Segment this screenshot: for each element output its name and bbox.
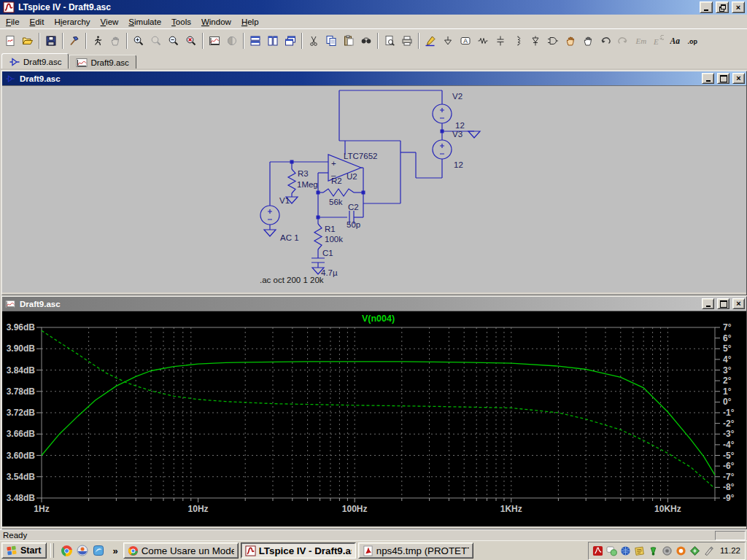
tray-msg-icon[interactable] [605,545,618,557]
svg-text:-7°: -7° [723,472,735,482]
blue-launcher-icon[interactable] [92,544,105,557]
mirror-button[interactable]: Em [632,32,649,50]
schematic-window-title: Draft9.asc [20,74,61,83]
tray-orange-icon[interactable] [675,545,687,557]
close-icon: × [736,300,740,308]
zoom-back-button[interactable] [147,32,165,50]
menu-item-hierarchy[interactable]: Hierarchy [49,16,95,28]
tray-adobe-icon[interactable] [592,545,604,557]
svg-text:3.48dB: 3.48dB [7,493,36,503]
tile-vertical-button[interactable] [264,32,282,50]
svg-text:A: A [463,37,468,44]
task-button-area: Come Usare un Modello ...LTspice IV - Dr… [123,542,473,559]
plot-maximize-button[interactable] [717,298,729,309]
zoom-out-button[interactable] [165,32,182,50]
start-button[interactable]: Start [1,542,47,559]
task-button-3[interactable]: nps45.tmp (PROTETTO) ... [358,542,473,559]
tray-notes-icon[interactable] [633,545,646,557]
undo-button[interactable] [597,32,614,50]
menu-item-window[interactable]: Window [196,16,236,28]
efficiency-button[interactable] [223,32,241,50]
plot-minimize-button[interactable] [702,298,714,309]
svg-text:3.96dB: 3.96dB [7,322,36,332]
zoom-full-button[interactable] [182,32,200,50]
round-launcher-icon[interactable] [76,544,89,557]
svg-text:10KHz: 10KHz [654,504,681,514]
diode-button[interactable] [527,32,544,50]
waveform-icon [4,298,17,311]
menu-item-edit[interactable]: Edit [25,16,50,28]
menu-item-simulate[interactable]: Simulate [123,16,166,28]
menu-item-file[interactable]: File [1,16,25,28]
print-button[interactable] [398,32,416,50]
title-bar[interactable]: LTspice IV - Draft9.asc × [0,0,747,15]
minimize-icon [706,306,711,307]
tray-clock[interactable]: 11.22 [716,546,740,555]
zoom-in-button[interactable] [130,32,147,50]
spice-directive-button[interactable]: .op [684,32,702,50]
task-label: LTspice IV - Draft9.asc [259,545,352,556]
autorange-button[interactable] [206,32,223,50]
save-button[interactable] [42,32,60,50]
menu-item-tools[interactable]: Tools [166,16,196,28]
run-button[interactable] [89,32,107,50]
svg-text:-3°: -3° [723,429,735,439]
schematic-canvas[interactable]: +–LTC7652U2V212V312V1AC 1R31MegR256kR110… [2,85,746,292]
plot-close-button[interactable]: × [732,298,745,309]
schematic-icon [4,72,17,85]
wire-button[interactable] [422,32,439,50]
label-button[interactable]: A [457,32,474,50]
tile-horizontal-button[interactable] [247,32,264,50]
copy-button[interactable] [322,32,340,50]
svg-text:R1: R1 [325,225,336,233]
text-button[interactable]: Aa [667,32,684,50]
capacitor-button[interactable] [492,32,509,50]
print-preview-button[interactable] [381,32,398,50]
redo-button[interactable] [614,32,632,50]
task-button-1[interactable]: Come Usare un Modello ... [123,542,239,559]
plot-canvas[interactable]: 3.96dB3.90dB3.84dB3.78dB3.72dB3.66dB3.60… [2,311,746,526]
toolbar-separator [39,33,40,49]
new-schematic-button[interactable] [1,32,19,50]
schematic-maximize-button[interactable] [717,73,729,84]
paste-button[interactable] [340,32,357,50]
toolbar: AEmEAa.op [0,28,747,52]
svg-text:100Hz: 100Hz [342,504,368,514]
task-button-2[interactable]: LTspice IV - Draft9.asc [241,542,356,559]
drag-button[interactable] [579,32,597,50]
ground-button[interactable] [439,32,457,50]
close-button[interactable]: × [732,1,745,13]
component-button[interactable] [544,32,562,50]
schematic-minimize-button[interactable] [702,73,714,84]
move-button[interactable] [562,32,579,50]
inductor-button[interactable] [509,32,527,50]
open-button[interactable] [19,32,36,50]
chrome-launcher-icon[interactable] [60,544,73,557]
schematic-close-button[interactable]: × [732,73,745,84]
svg-text:3.84dB: 3.84dB [7,365,36,376]
toolbar-separator [62,33,63,49]
menu-bar: FileEditHierarchyViewSimulateToolsWindow… [0,15,747,28]
find-button[interactable] [357,32,375,50]
tray-gray-icon[interactable] [661,545,673,557]
plot-window-titlebar[interactable]: Draft9.asc × [2,297,746,311]
rotate-button[interactable]: E [649,32,667,50]
schematic-window-titlebar[interactable]: Draft9.asc × [2,71,746,85]
tray-pen-icon[interactable] [703,545,715,557]
menu-item-view[interactable]: View [96,16,124,28]
tray-antenna-icon[interactable] [647,545,659,557]
restore-button[interactable] [716,1,729,13]
halt-button[interactable] [107,32,124,50]
resistor-button[interactable] [474,32,492,50]
chrome-icon [128,545,139,556]
quick-launch-grip[interactable] [50,543,54,558]
tray-globe-icon[interactable] [619,545,632,557]
tray-diamond-icon[interactable] [689,545,701,557]
control-panel-button[interactable] [66,32,83,50]
minimize-button[interactable] [700,1,713,13]
menu-item-help[interactable]: Help [236,16,264,28]
cascade-button[interactable] [282,32,299,50]
chevron-icon[interactable]: » [109,545,120,556]
pdf-icon [363,545,374,556]
cut-button[interactable] [305,32,322,50]
